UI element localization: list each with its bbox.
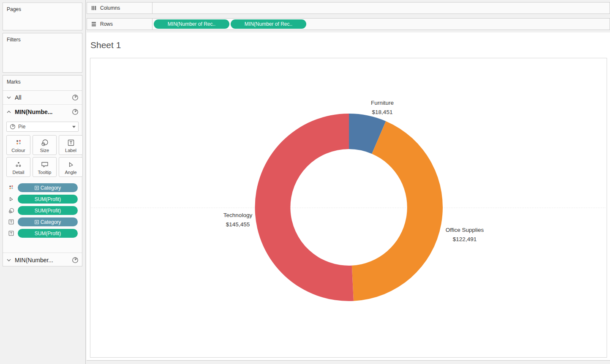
rows-pill-min-number-of-records-2[interactable]: MIN(Number of Rec.. xyxy=(231,19,306,29)
tooltip-button-label: Tooltip xyxy=(38,170,52,175)
columns-shelf-drop-area[interactable] xyxy=(152,2,610,14)
detail-button[interactable]: Detail xyxy=(6,157,30,177)
label-button-label: Label xyxy=(65,148,76,153)
marks-pill-row: SUM(Profit) xyxy=(3,228,82,239)
donut-slice-technology[interactable] xyxy=(255,114,354,301)
shelf-bar: Columns Rows MIN(Number of Rec.. MIN(Num… xyxy=(87,0,610,33)
pill-sum-profit-label[interactable]: SUM(Profit) xyxy=(18,229,78,238)
worksheet-area: Sheet 1 Furniture$18,451Office Supplies$… xyxy=(87,33,610,364)
pill-label: Category xyxy=(41,219,61,225)
bottom-scroll-strip xyxy=(87,360,610,364)
tableau-workspace: Pages Filters Marks All MIN(Numbe... Pie xyxy=(0,0,610,364)
columns-icon xyxy=(91,5,96,11)
size-button[interactable]: Size xyxy=(33,135,57,155)
pill-label: SUM(Profit) xyxy=(35,231,61,236)
marks-card-min-collapsed-label: MIN(Number... xyxy=(15,257,72,263)
pie-mark-icon xyxy=(72,94,79,101)
rows-icon xyxy=(91,22,96,27)
pill-category-colour[interactable]: Category xyxy=(18,183,78,192)
mark-label-furniture: Furniture$18,451 xyxy=(371,100,394,115)
mark-type-dropdown[interactable]: Pie xyxy=(6,122,79,132)
chart-view: Furniture$18,451Office Supplies$122,491T… xyxy=(90,58,607,358)
detail-button-label: Detail xyxy=(12,170,24,175)
marks-pill-row: Category xyxy=(3,216,82,228)
mark-type-value: Pie xyxy=(18,124,69,130)
colour-button[interactable]: Colour xyxy=(6,135,30,155)
pill-label: Category xyxy=(41,185,61,191)
pie-mark-icon xyxy=(72,109,79,115)
detail-icon xyxy=(15,160,22,170)
expand-plus-icon xyxy=(35,186,39,190)
size-icon xyxy=(41,138,49,148)
marks-card: Marks All MIN(Numbe... Pie xyxy=(3,75,82,266)
pill-category-label[interactable]: Category xyxy=(18,217,78,226)
columns-shelf-label-box: Columns xyxy=(87,2,152,14)
pie-mark-icon xyxy=(72,257,79,263)
label-button[interactable]: Label xyxy=(59,135,83,155)
pill-sum-profit-angle[interactable]: SUM(Profit) xyxy=(18,195,78,204)
mark-label-office-supplies: Office Supplies$122,491 xyxy=(446,227,484,242)
pages-shelf[interactable]: Pages xyxy=(3,3,82,30)
columns-shelf-label: Columns xyxy=(100,5,120,11)
colour-button-label: Colour xyxy=(11,148,25,153)
rows-shelf-label: Rows xyxy=(100,21,113,27)
rows-shelf-label-box: Rows xyxy=(87,18,152,30)
left-sidebar: Pages Filters Marks All MIN(Numbe... Pie xyxy=(0,0,86,364)
pill-label: SUM(Profit) xyxy=(35,196,61,202)
chevron-down-icon xyxy=(6,258,11,262)
tooltip-button[interactable]: Tooltip xyxy=(33,157,57,177)
marks-card-min-collapsed-row[interactable]: MIN(Number... xyxy=(3,253,82,267)
sheet-title: Sheet 1 xyxy=(90,40,121,50)
chevron-down-icon xyxy=(6,96,11,99)
filters-shelf-title: Filters xyxy=(3,33,82,43)
marks-pill-row: Category xyxy=(3,182,82,193)
pie-mark-icon xyxy=(10,124,16,130)
label-icon xyxy=(68,138,74,148)
marks-card-all-row[interactable]: All xyxy=(3,91,82,105)
marks-card-title: Marks xyxy=(3,76,82,85)
expand-plus-icon xyxy=(35,220,39,224)
angle-icon xyxy=(68,160,74,170)
label-icon xyxy=(8,219,18,225)
tooltip-icon xyxy=(41,160,49,170)
mark-label-technology: Technology$145,455 xyxy=(223,212,253,228)
marks-card-min-expanded-row[interactable]: MIN(Numbe... xyxy=(3,105,82,119)
marks-pill-row: SUM(Profit) xyxy=(3,205,82,216)
dropdown-caret[interactable] xyxy=(69,122,78,131)
colour-icon xyxy=(15,138,22,148)
angle-icon xyxy=(8,196,18,202)
rows-shelf-drop-area[interactable]: MIN(Number of Rec.. MIN(Number of Rec.. xyxy=(152,18,610,30)
label-icon xyxy=(8,231,18,236)
filters-shelf[interactable]: Filters xyxy=(3,33,82,73)
pill-label: SUM(Profit) xyxy=(35,208,61,214)
angle-button-label: Angle xyxy=(65,170,76,175)
pill-sum-profit-size[interactable]: SUM(Profit) xyxy=(18,206,78,215)
rows-pill-min-number-of-records-1[interactable]: MIN(Number of Rec.. xyxy=(154,19,229,29)
chevron-up-icon xyxy=(6,110,11,114)
marks-pill-row: SUM(Profit) xyxy=(3,193,82,205)
size-icon xyxy=(8,208,18,214)
marks-card-all-label: All xyxy=(15,94,72,101)
angle-button[interactable]: Angle xyxy=(59,157,83,177)
colour-icon xyxy=(8,185,18,190)
size-button-label: Size xyxy=(40,148,49,153)
pages-shelf-title: Pages xyxy=(3,3,82,12)
donut-chart: Furniture$18,451Office Supplies$122,491T… xyxy=(90,58,607,357)
marks-card-min-expanded-label: MIN(Numbe... xyxy=(15,109,72,115)
